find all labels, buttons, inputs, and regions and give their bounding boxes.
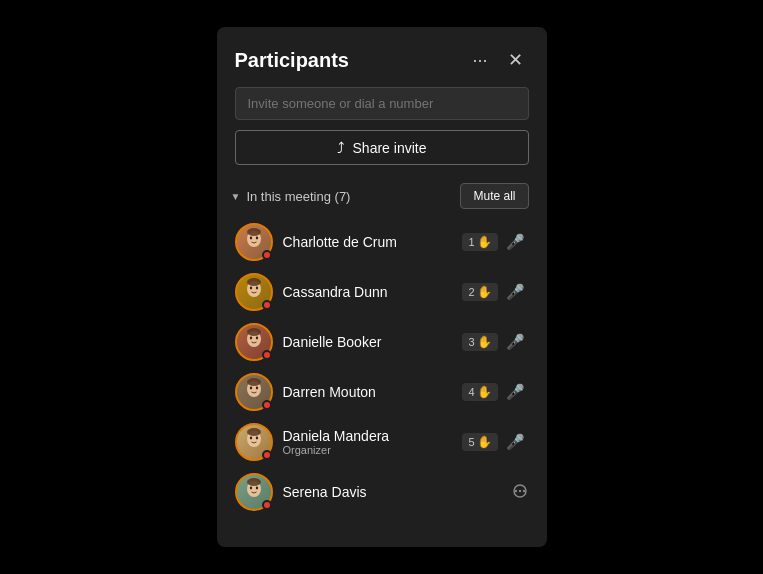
invite-input[interactable]: [235, 87, 529, 120]
more-icon: ···: [472, 50, 487, 71]
participant-info: Darren Mouton: [283, 384, 453, 400]
participant-name: Serena Davis: [283, 484, 501, 500]
close-button[interactable]: ✕: [502, 45, 529, 75]
raise-hand-icon: ✋: [477, 285, 492, 299]
participant-actions: [511, 482, 529, 503]
svg-point-33: [522, 489, 524, 491]
status-dot: [262, 500, 272, 510]
status-dot: [262, 300, 272, 310]
mic-icon[interactable]: 🎤: [502, 231, 529, 253]
svg-point-32: [518, 489, 520, 491]
raise-hand-badge: 5✋: [462, 433, 497, 451]
raise-number: 3: [468, 336, 474, 348]
participant-row[interactable]: Serena Davis: [217, 467, 547, 517]
panel-title: Participants: [235, 49, 349, 72]
svg-point-17: [249, 387, 251, 390]
mic-icon[interactable]: 🎤: [502, 331, 529, 353]
participant-row[interactable]: Danielle Booker3✋🎤: [217, 317, 547, 367]
connecting-icon: [511, 482, 529, 503]
svg-point-27: [249, 487, 251, 490]
share-icon: ⤴: [337, 139, 345, 156]
svg-point-31: [514, 489, 516, 491]
close-icon: ✕: [508, 49, 523, 71]
svg-point-9: [247, 278, 261, 286]
participant-actions: 3✋🎤: [462, 331, 528, 353]
share-invite-button[interactable]: ⤴ Share invite: [235, 130, 529, 165]
panel-header: Participants ··· ✕: [217, 27, 547, 87]
participants-panel: Participants ··· ✕ ⤴ Share invite ▼ In t…: [217, 27, 547, 547]
participant-info: Serena Davis: [283, 484, 501, 500]
status-dot: [262, 450, 272, 460]
share-invite-label: Share invite: [353, 140, 427, 156]
participant-actions: 2✋🎤: [462, 281, 528, 303]
avatar: [235, 373, 273, 411]
svg-point-8: [255, 287, 257, 290]
avatar: [235, 423, 273, 461]
svg-point-29: [247, 478, 261, 486]
participant-name: Danielle Booker: [283, 334, 453, 350]
section-label: ▼ In this meeting (7): [231, 189, 351, 204]
avatar: [235, 223, 273, 261]
participant-info: Danielle Booker: [283, 334, 453, 350]
participant-row[interactable]: Cassandra Dunn2✋🎤: [217, 267, 547, 317]
participant-actions: 1✋🎤: [462, 231, 528, 253]
participants-list: Charlotte de Crum1✋🎤 Cassandra Dunn2✋🎤 D…: [217, 217, 547, 547]
svg-point-3: [255, 237, 257, 240]
status-dot: [262, 350, 272, 360]
chevron-down-icon: ▼: [231, 191, 241, 202]
raise-hand-badge: 2✋: [462, 283, 497, 301]
participant-row[interactable]: Daniela ManderaOrganizer5✋🎤: [217, 417, 547, 467]
participant-name: Cassandra Dunn: [283, 284, 453, 300]
raise-hand-icon: ✋: [477, 235, 492, 249]
svg-point-13: [255, 337, 257, 340]
more-options-button[interactable]: ···: [466, 46, 493, 75]
mute-all-button[interactable]: Mute all: [460, 183, 528, 209]
header-actions: ··· ✕: [466, 45, 528, 75]
svg-point-28: [255, 487, 257, 490]
mute-all-label: Mute all: [473, 189, 515, 203]
svg-point-18: [255, 387, 257, 390]
raise-hand-icon: ✋: [477, 335, 492, 349]
svg-point-23: [255, 437, 257, 440]
raise-number: 5: [468, 436, 474, 448]
participant-info: Daniela ManderaOrganizer: [283, 428, 453, 456]
participant-actions: 4✋🎤: [462, 381, 528, 403]
mic-icon[interactable]: 🎤: [502, 381, 529, 403]
svg-point-14: [247, 328, 261, 336]
status-dot: [262, 400, 272, 410]
raise-number: 1: [468, 236, 474, 248]
avatar: [235, 323, 273, 361]
status-dot: [262, 250, 272, 260]
svg-point-24: [247, 428, 261, 436]
participant-row[interactable]: Charlotte de Crum1✋🎤: [217, 217, 547, 267]
section-title: In this meeting (7): [246, 189, 350, 204]
participant-role: Organizer: [283, 444, 453, 456]
section-header: ▼ In this meeting (7) Mute all: [217, 179, 547, 217]
participant-name: Daniela Mandera: [283, 428, 453, 444]
raise-number: 4: [468, 386, 474, 398]
participant-name: Darren Mouton: [283, 384, 453, 400]
raise-hand-icon: ✋: [477, 385, 492, 399]
participant-info: Cassandra Dunn: [283, 284, 453, 300]
raise-hand-badge: 3✋: [462, 333, 497, 351]
svg-point-12: [249, 337, 251, 340]
avatar: [235, 473, 273, 511]
raise-hand-icon: ✋: [477, 435, 492, 449]
participant-row[interactable]: Darren Mouton4✋🎤: [217, 367, 547, 417]
svg-point-4: [247, 228, 261, 236]
participant-name: Charlotte de Crum: [283, 234, 453, 250]
svg-point-22: [249, 437, 251, 440]
raise-number: 2: [468, 286, 474, 298]
raise-hand-badge: 1✋: [462, 233, 497, 251]
participant-actions: 5✋🎤: [462, 431, 528, 453]
participant-info: Charlotte de Crum: [283, 234, 453, 250]
svg-point-7: [249, 287, 251, 290]
svg-point-19: [247, 378, 261, 386]
raise-hand-badge: 4✋: [462, 383, 497, 401]
svg-point-2: [249, 237, 251, 240]
mic-icon[interactable]: 🎤: [502, 431, 529, 453]
mic-icon[interactable]: 🎤: [502, 281, 529, 303]
avatar: [235, 273, 273, 311]
